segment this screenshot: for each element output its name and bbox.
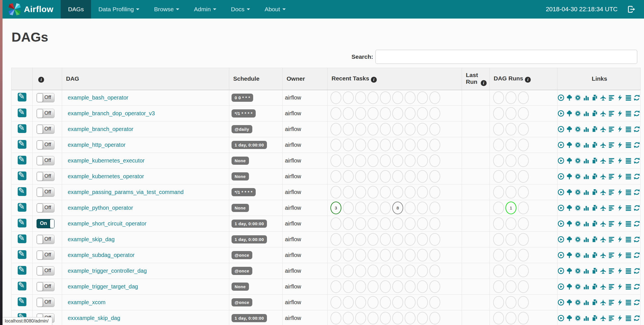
logs-icon[interactable]	[625, 204, 632, 211]
state-circle[interactable]	[493, 154, 504, 167]
state-circle[interactable]	[405, 296, 416, 309]
task-duration-icon[interactable]	[583, 204, 590, 211]
state-circle[interactable]	[493, 139, 504, 151]
code-view-icon[interactable]	[616, 220, 623, 227]
state-circle[interactable]	[380, 265, 391, 277]
refresh-icon[interactable]	[633, 157, 640, 164]
dag-name-link[interactable]: example_passing_params_via_test_command	[68, 189, 183, 195]
state-circle[interactable]	[368, 249, 378, 261]
task-tries-icon[interactable]	[591, 283, 598, 290]
state-circle[interactable]	[518, 154, 529, 167]
pause-toggle[interactable]: Off	[37, 266, 55, 276]
state-circle[interactable]	[330, 123, 341, 136]
state-circle[interactable]	[417, 107, 428, 120]
state-circle[interactable]	[505, 186, 516, 198]
gantt-view-icon[interactable]	[608, 126, 615, 133]
landing-times-icon[interactable]	[600, 283, 607, 290]
state-circle[interactable]	[392, 312, 403, 324]
search-input[interactable]	[375, 50, 637, 64]
state-circle[interactable]	[355, 186, 366, 198]
nav-item-dags[interactable]: DAGs	[61, 0, 91, 19]
tree-view-icon[interactable]	[566, 157, 573, 164]
trigger-dag-icon[interactable]	[557, 141, 564, 148]
state-circle[interactable]	[355, 280, 366, 293]
task-tries-icon[interactable]	[591, 126, 598, 133]
gantt-view-icon[interactable]	[608, 173, 615, 180]
landing-times-icon[interactable]	[600, 110, 607, 117]
pause-toggle[interactable]: Off	[37, 172, 55, 181]
state-circle[interactable]	[368, 202, 378, 214]
graph-view-icon[interactable]	[574, 110, 581, 117]
state-circle[interactable]	[518, 107, 529, 120]
pause-toggle[interactable]: Off	[37, 188, 55, 197]
state-circle[interactable]	[392, 296, 403, 309]
refresh-icon[interactable]	[633, 204, 640, 211]
state-circle[interactable]	[355, 312, 366, 324]
tree-view-icon[interactable]	[566, 110, 573, 117]
task-tries-icon[interactable]	[591, 189, 598, 196]
refresh-icon[interactable]	[633, 173, 640, 180]
graph-view-icon[interactable]	[574, 157, 581, 164]
tree-view-icon[interactable]	[566, 126, 573, 133]
state-circle[interactable]	[429, 107, 440, 120]
trigger-dag-icon[interactable]	[557, 189, 564, 196]
task-tries-icon[interactable]	[591, 267, 598, 274]
state-circle[interactable]	[368, 107, 378, 120]
state-circle[interactable]	[429, 265, 440, 277]
info-icon[interactable]	[481, 80, 487, 86]
state-circle[interactable]	[518, 139, 529, 151]
landing-times-icon[interactable]	[600, 315, 607, 322]
state-circle[interactable]	[405, 280, 416, 293]
landing-times-icon[interactable]	[600, 141, 607, 148]
dag-name-link[interactable]: example_python_operator	[68, 205, 133, 211]
gantt-view-icon[interactable]	[608, 141, 615, 148]
state-circle[interactable]	[368, 217, 378, 230]
state-circle[interactable]	[417, 217, 428, 230]
tree-view-icon[interactable]	[566, 267, 573, 274]
edit-dag-icon[interactable]	[18, 250, 26, 259]
state-circle[interactable]	[493, 202, 504, 214]
state-circle[interactable]: 3	[330, 202, 341, 214]
logout-icon[interactable]	[627, 5, 636, 13]
state-circle[interactable]	[405, 202, 416, 214]
landing-times-icon[interactable]	[600, 126, 607, 133]
state-circle[interactable]	[505, 170, 516, 183]
col-header-dag-runs[interactable]: DAG Runs	[490, 68, 557, 90]
state-circle[interactable]	[343, 312, 354, 324]
tree-view-icon[interactable]	[566, 252, 573, 259]
state-circle[interactable]	[355, 217, 366, 230]
code-view-icon[interactable]	[616, 236, 623, 243]
brand[interactable]: Airflow	[3, 0, 61, 19]
gantt-view-icon[interactable]	[608, 189, 615, 196]
state-circle[interactable]	[405, 312, 416, 324]
state-circle[interactable]	[392, 91, 403, 104]
pause-toggle[interactable]: Off	[37, 109, 55, 118]
graph-view-icon[interactable]	[574, 204, 581, 211]
code-view-icon[interactable]	[616, 126, 623, 133]
col-header-dag[interactable]: DAG	[62, 68, 229, 90]
trigger-dag-icon[interactable]	[557, 126, 564, 133]
state-circle[interactable]	[355, 107, 366, 120]
state-circle[interactable]	[368, 186, 378, 198]
task-duration-icon[interactable]	[583, 252, 590, 259]
state-circle[interactable]	[405, 233, 416, 246]
trigger-dag-icon[interactable]	[557, 283, 564, 290]
pause-toggle[interactable]: Off	[37, 156, 55, 165]
state-circle[interactable]	[380, 154, 391, 167]
state-circle[interactable]	[429, 154, 440, 167]
trigger-dag-icon[interactable]	[557, 315, 564, 322]
pause-toggle[interactable]: Off	[37, 298, 55, 307]
tree-view-icon[interactable]	[566, 299, 573, 306]
dag-name-link[interactable]: exxxample_skip_dag	[68, 315, 120, 321]
task-duration-icon[interactable]	[583, 283, 590, 290]
task-duration-icon[interactable]	[583, 299, 590, 306]
state-circle[interactable]	[380, 170, 391, 183]
state-circle[interactable]	[493, 265, 504, 277]
trigger-dag-icon[interactable]	[557, 220, 564, 227]
nav-item-about[interactable]: About	[257, 0, 293, 19]
state-circle[interactable]	[368, 296, 378, 309]
task-duration-icon[interactable]	[583, 173, 590, 180]
state-circle[interactable]	[518, 296, 529, 309]
logs-icon[interactable]	[625, 283, 632, 290]
state-circle[interactable]	[330, 139, 341, 151]
